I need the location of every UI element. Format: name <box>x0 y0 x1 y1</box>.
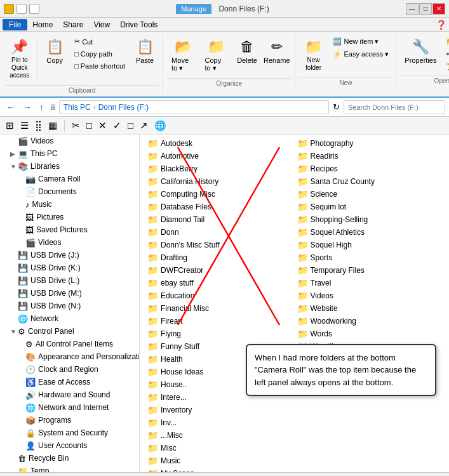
tree-item-videos-lib[interactable]: 🎬 Videos <box>0 236 139 249</box>
network-toolbar-icon[interactable]: 🌐 <box>152 119 168 133</box>
copy-path-button[interactable]: □ Copy path <box>71 48 128 60</box>
tree-item-appearance[interactable]: 🎨 Appearance and Personalization <box>0 350 139 363</box>
tree-item-recycle-bin[interactable]: 🗑 Recycle Bin <box>0 452 139 465</box>
paste-button[interactable]: 📋 Paste <box>131 36 159 67</box>
folder-item[interactable]: 📁Science <box>295 188 445 201</box>
search-input[interactable] <box>344 100 445 114</box>
folder-item[interactable]: 📁...Misc <box>145 429 295 442</box>
refresh-button[interactable]: ↻ <box>332 101 341 113</box>
maximize-button[interactable]: □ <box>419 3 432 15</box>
folder-item[interactable]: 📁Drafting <box>145 251 295 264</box>
folder-item[interactable]: 📁DWFCreator <box>145 264 295 277</box>
manage-tab[interactable]: Manage <box>176 4 211 14</box>
folder-item[interactable]: 📁Travel <box>295 277 445 289</box>
folder-item[interactable]: 📁Soquel High <box>295 239 445 251</box>
new-folder-button[interactable]: 📁 Newfolder <box>299 36 327 75</box>
tree-item-network[interactable]: 🌐 Network <box>0 312 139 325</box>
tree-item-thispc[interactable]: ▶ 💻 This PC <box>0 147 139 160</box>
folder-item[interactable]: 📁Shopping-Selling <box>295 213 445 226</box>
share-toolbar-icon[interactable]: ↗ <box>138 119 150 133</box>
tree-item-usb-m[interactable]: 💾 USB Drive (M:) <box>0 287 139 300</box>
cut-button[interactable]: ✂ Cut <box>71 36 128 48</box>
folder-item[interactable]: 📁Music <box>145 454 295 467</box>
tree-item-pictures[interactable]: 🖼 Pictures <box>0 211 139 223</box>
folder-item[interactable]: 📁Words <box>295 327 445 340</box>
folder-item[interactable]: 📁Computing Misc <box>145 188 295 201</box>
tree-item-ease[interactable]: ♿ Ease of Access <box>0 376 139 388</box>
tree-item-network-internet[interactable]: 🌐 Network and Internet <box>0 401 139 414</box>
folder-item[interactable]: 📁Inv... <box>145 416 295 429</box>
back-button[interactable]: ← <box>4 101 18 114</box>
folder-item[interactable]: 📁Santa Cruz County <box>295 175 445 188</box>
tree-item-camera-roll[interactable]: 📷 Camera Roll <box>0 173 139 185</box>
tree-item-saved-pictures[interactable]: 🖼 Saved Pictures <box>0 223 139 236</box>
menu-home[interactable]: Home <box>27 19 58 30</box>
folder-item[interactable]: 📁Automotive <box>145 150 295 162</box>
move-to-button[interactable]: 📂 Move to ▾ <box>167 36 199 76</box>
tree-item-programs[interactable]: 📦 Programs <box>0 414 139 426</box>
delete-toolbar-icon[interactable]: ✕ <box>97 119 109 133</box>
folder-item[interactable]: 📁Donn <box>145 226 295 239</box>
tree-item-documents[interactable]: 📄 Documents <box>0 185 139 198</box>
folder-item[interactable]: 📁Videos <box>295 289 445 302</box>
folder-item[interactable]: 📁Recipes <box>295 162 445 175</box>
tree-item-clock[interactable]: 🕐 Clock and Region <box>0 363 139 376</box>
cut-toolbar-icon[interactable]: ✂ <box>70 119 82 133</box>
tree-item-libraries[interactable]: ▼ 📚 Libraries <box>0 160 139 173</box>
address-path[interactable]: This PC › Donn Files (F:) <box>59 100 329 114</box>
folder-item[interactable]: 📁Woodworking <box>295 315 445 327</box>
folder-item[interactable]: 📁BlackBerry <box>145 162 295 175</box>
copy-button[interactable]: 📋 Copy <box>41 36 69 67</box>
folder-item[interactable]: 📁ebay stuff <box>145 277 295 289</box>
delete-button[interactable]: 🗑 Delete <box>233 36 261 67</box>
folder-item[interactable]: 📁Photography <box>295 137 445 150</box>
menu-drive-tools[interactable]: Drive Tools <box>115 19 163 30</box>
forward-button[interactable]: → <box>20 101 34 114</box>
folder-item[interactable]: 📁Sports <box>295 251 445 264</box>
tree-item-usb-j[interactable]: 💾 USB Drive (J:) <box>0 249 139 261</box>
window-controls[interactable]: — □ ✕ <box>406 3 445 15</box>
tree-item-control-panel[interactable]: ▼ ⚙ Control Panel <box>0 325 139 338</box>
tree-item-usb-n[interactable]: 💾 USB Drive (N:) <box>0 300 139 312</box>
tree-item-music[interactable]: ♪ Music <box>0 198 139 211</box>
folder-item[interactable]: 📁California History <box>145 175 295 188</box>
tree-item-system-security[interactable]: 🔒 System and Security <box>0 426 139 439</box>
folder-item[interactable]: 📁Website <box>295 302 445 315</box>
folder-item[interactable]: 📁Misc <box>145 442 295 454</box>
folder-item[interactable]: 📁My Scans <box>145 467 295 472</box>
folder-item[interactable]: 📁Readiris <box>295 150 445 162</box>
tree-item-all-cp[interactable]: ⚙ All Control Panel Items <box>0 338 139 350</box>
minimize-button[interactable]: — <box>406 3 419 15</box>
open-button[interactable]: 📂 Open ▾ <box>443 36 449 48</box>
folder-item[interactable]: 📁Education <box>145 289 295 302</box>
rename-button[interactable]: ✏ Rename <box>262 36 291 67</box>
tree-item-user-accounts[interactable]: 👤 User Accounts <box>0 439 139 452</box>
easy-access-button[interactable]: ⚡ Easy access ▾ <box>330 48 392 60</box>
tiles-view-icon[interactable]: ▦ <box>46 119 59 133</box>
column-view-icon[interactable]: ⣿ <box>33 119 44 133</box>
paste-shortcut-button[interactable]: □ Paste shortcut <box>71 60 128 72</box>
up-button[interactable]: ↑ <box>37 101 46 114</box>
menu-file[interactable]: File <box>3 19 27 30</box>
pin-to-quick-access-button[interactable]: 📌 Pin to Quickaccess <box>5 36 34 83</box>
tree-item-usb-k[interactable]: 💾 USB Drive (K:) <box>0 261 139 274</box>
close-button[interactable]: ✕ <box>432 3 445 15</box>
details-view-icon[interactable]: ☰ <box>18 119 30 133</box>
rename-toolbar-icon[interactable]: ✓ <box>111 119 123 133</box>
folder-item[interactable]: 📁Diamond Tail <box>145 213 295 226</box>
folder-item[interactable]: 📁Temporary Files <box>295 264 445 277</box>
folder-item[interactable]: 📁Inventory <box>145 404 295 416</box>
history-button[interactable]: 📜 History <box>443 61 449 73</box>
folder-item[interactable]: 📁Fireart <box>145 315 295 327</box>
edit-button[interactable]: ✏ Edit <box>443 48 449 60</box>
view-toggle-icon[interactable]: ⊞ <box>4 119 16 133</box>
folder-item[interactable]: 📁Financial Misc <box>145 302 295 315</box>
tree-item-temp[interactable]: 📁 Temp <box>0 465 139 472</box>
copy-to-button[interactable]: 📁 Copy to ▾ <box>201 36 232 76</box>
this-pc-crumb[interactable]: This PC <box>64 103 91 112</box>
folder-item[interactable]: 📁Autodesk <box>145 137 295 150</box>
properties-button[interactable]: 🔧 Properties <box>400 36 441 67</box>
new-item-button[interactable]: 🆕 New item ▾ <box>330 36 392 48</box>
donn-files-crumb[interactable]: Donn Files (F:) <box>98 103 149 112</box>
help-button[interactable]: ❓ <box>436 20 446 30</box>
